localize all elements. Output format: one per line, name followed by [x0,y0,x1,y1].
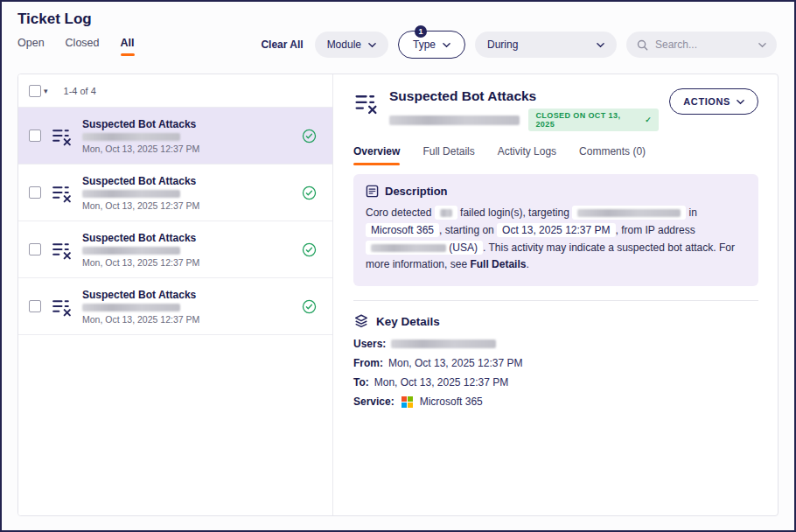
layers-icon [353,313,369,329]
detail-subline: CLOSED ON OCT 13, 2025 ✓ [389,108,659,131]
bot-attack-ticket-icon [51,125,73,147]
search-box[interactable] [626,32,777,58]
to-value: Mon, Oct 13, 2025 12:37 PM [374,376,508,388]
redacted-value [371,244,446,252]
tab-closed[interactable]: Closed [66,37,100,56]
ticket-timestamp: Mon, Oct 13, 2025 12:37 PM [82,314,292,325]
type-dropdown[interactable]: 1 Type [398,31,465,59]
ticket-row-text: Suspected Bot Attacks Mon, Oct 13, 2025 … [82,175,292,211]
service-label: Service: [353,396,395,408]
row-checkbox[interactable] [29,243,41,256]
during-dropdown-label: During [487,38,518,51]
ticket-row[interactable]: Suspected Bot Attacks Mon, Oct 13, 2025 … [18,108,332,164]
row-checkbox[interactable] [29,186,41,199]
detail-title-box: Suspected Bot Attacks CLOSED ON OCT 13, … [389,88,659,131]
redacted-email [389,116,520,125]
row-checkbox[interactable] [29,130,41,142]
tab-comments[interactable]: Comments (0) [579,145,646,165]
to-label: To: [353,376,369,388]
closed-check-icon [302,186,317,200]
detail-tabs: Overview Full Details Activity Logs Comm… [353,145,758,165]
tab-activity-logs[interactable]: Activity Logs [498,145,556,165]
ticket-row-text: Suspected Bot Attacks Mon, Oct 13, 2025 … [82,289,292,325]
redacted-value [440,209,452,217]
bot-attack-ticket-icon [51,296,73,318]
filter-bar: Clear All Module 1 Type During [261,31,777,59]
chevron-down-icon [758,41,766,49]
main-panel: ▾ 1-4 of 4 Suspected Bot Attacks Mon, Oc… [17,74,779,516]
closed-check-icon [302,129,317,144]
ticket-log-screen: Ticket Log Open Closed All Clear All Mod… [0,0,796,532]
ticket-title: Suspected Bot Attacks [82,118,292,130]
key-detail-to: To: Mon, Oct 13, 2025 12:37 PM [353,376,758,388]
description-segment: , starting on [439,224,494,236]
key-detail-from: From: Mon, Oct 13, 2025 12:37 PM [353,357,758,369]
description-segment: , from IP address [616,224,695,236]
ticket-timestamp: Mon, Oct 13, 2025 12:37 PM [82,200,292,211]
chevron-down-icon [737,98,744,106]
bot-attack-ticket-icon [51,182,73,204]
document-icon [366,185,379,198]
closed-status-badge: CLOSED ON OCT 13, 2025 ✓ [528,108,659,131]
closed-check-icon [302,242,317,257]
row-checkbox[interactable] [29,300,41,312]
ticket-row[interactable]: Suspected Bot Attacks Mon, Oct 13, 2025 … [18,164,332,221]
ticket-row[interactable]: Suspected Bot Attacks Mon, Oct 13, 2025 … [18,221,332,278]
description-text: Coro detected failed login(s), targeting… [366,205,746,274]
closed-check-icon [302,299,317,314]
page-title: Ticket Log [17,10,92,28]
full-details-link[interactable]: Full Details [470,258,526,270]
search-icon [637,39,648,51]
description-segment: failed login(s), targeting [460,206,569,219]
result-range-label: 1-4 of 4 [64,86,96,96]
redacted-value [577,209,681,217]
type-filter-count-badge: 1 [415,25,427,38]
module-dropdown-label: Module [327,38,361,51]
type-dropdown-label: Type [413,38,436,51]
ticket-row[interactable]: Suspected Bot Attacks Mon, Oct 13, 2025 … [18,278,332,335]
select-all-caret-icon[interactable]: ▾ [44,87,48,95]
ticket-title: Suspected Bot Attacks [82,289,292,301]
key-details-rows: Users: From: Mon, Oct 13, 2025 12:37 PM … [353,338,758,408]
microsoft-logo-icon [401,396,413,408]
ticket-row-text: Suspected Bot Attacks Mon, Oct 13, 2025 … [82,118,292,154]
redacted-target-chip [572,206,686,220]
date-chip: Oct 13, 2025 12:37 PM [497,223,615,237]
redacted-email [82,190,180,198]
from-value: Mon, Oct 13, 2025 12:37 PM [388,357,522,369]
description-header: Description [366,185,746,198]
key-detail-users: Users: [353,338,758,350]
description-segment: in [689,206,697,219]
redacted-count-chip [435,206,457,220]
tab-overview[interactable]: Overview [353,145,400,165]
users-label: Users: [353,338,386,350]
divider [353,300,758,301]
from-label: From: [353,357,383,369]
redacted-email [82,133,180,141]
chevron-down-icon [368,41,376,49]
actions-button-label: ACTIONS [683,96,730,107]
clear-all-link[interactable]: Clear All [261,38,303,51]
bot-attack-ticket-icon [353,90,379,116]
ticket-list: ▾ 1-4 of 4 Suspected Bot Attacks Mon, Oc… [18,74,333,515]
service-value: Microsoft 365 [420,396,483,408]
ticket-row-text: Suspected Bot Attacks Mon, Oct 13, 2025 … [82,232,292,268]
redacted-email [82,304,180,312]
chevron-down-icon [597,41,604,49]
tab-open[interactable]: Open [17,37,45,56]
module-dropdown[interactable]: Module [315,32,388,58]
ticket-title: Suspected Bot Attacks [82,175,292,187]
actions-button[interactable]: ACTIONS [669,88,758,115]
tab-all[interactable]: All [121,37,135,56]
detail-header: Suspected Bot Attacks CLOSED ON OCT 13, … [353,88,758,131]
search-input[interactable] [655,38,751,51]
redacted-ip-chip: (USA) [366,241,483,255]
select-all-checkbox[interactable] [29,85,41,97]
tab-full-details[interactable]: Full Details [422,145,474,165]
description-segment: Coro detected [366,206,431,219]
bot-attack-ticket-icon [51,239,73,261]
key-details-header: Key Details [353,313,758,329]
during-dropdown[interactable]: During [475,32,617,58]
description-card: Description Coro detected failed login(s… [353,174,758,286]
ip-country-label: (USA) [449,242,478,254]
